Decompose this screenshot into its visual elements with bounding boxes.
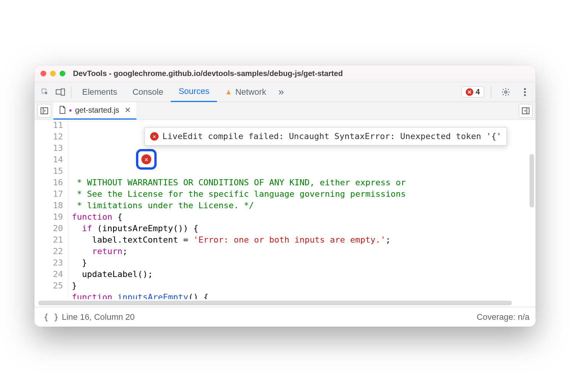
device-toolbar-icon[interactable] — [53, 84, 68, 100]
line-number[interactable]: 15 — [34, 165, 63, 177]
show-debugger-button[interactable] — [519, 104, 533, 118]
line-number[interactable]: 12 — [34, 131, 63, 143]
line-number[interactable]: 23 — [34, 257, 63, 269]
code-line[interactable]: * limitations under the License. */ — [72, 200, 536, 211]
panel-tabs: Elements Console Sources ▲ Network » — [74, 82, 288, 102]
window-title: DevTools - googlechrome.github.io/devtoo… — [73, 69, 343, 78]
close-tab-button[interactable]: ✕ — [125, 105, 131, 115]
code-editor[interactable]: 111213141516171819202122232425 ✕ LiveEdi… — [34, 120, 536, 299]
line-number[interactable]: 25 — [34, 280, 63, 292]
toolbar-separator — [71, 86, 71, 98]
svg-point-6 — [524, 94, 526, 96]
line-number[interactable]: 21 — [34, 234, 63, 246]
close-window-button[interactable] — [40, 71, 46, 76]
code-line[interactable]: } — [72, 257, 536, 269]
toolbar-separator-2 — [491, 86, 491, 98]
more-options-icon[interactable] — [517, 84, 533, 100]
code-content[interactable]: ✕ LiveEdit compile failed: Uncaught Synt… — [68, 120, 536, 299]
line-number[interactable]: 19 — [34, 211, 63, 223]
svg-point-5 — [524, 91, 526, 93]
line-number[interactable]: 22 — [34, 246, 63, 257]
file-tab-label: get-started.js — [75, 106, 119, 115]
tab-elements-label: Elements — [82, 87, 117, 97]
line-number[interactable]: 18 — [34, 200, 63, 211]
traffic-lights — [40, 71, 65, 76]
sources-subtoolbar: ● get-started.js ✕ — [34, 102, 536, 120]
code-line[interactable]: * See the License for the specific langu… — [72, 188, 536, 200]
svg-point-4 — [524, 88, 526, 90]
maximize-window-button[interactable] — [60, 71, 65, 76]
line-number[interactable]: 14 — [34, 154, 63, 165]
tab-elements[interactable]: Elements — [74, 82, 125, 102]
error-count-text: 4 — [476, 87, 480, 96]
tab-network[interactable]: ▲ Network — [217, 82, 274, 102]
line-number[interactable]: 13 — [34, 143, 63, 154]
line-number[interactable]: 11 — [34, 120, 63, 131]
line-number[interactable]: 24 — [34, 269, 63, 280]
tab-network-label: Network — [235, 87, 266, 97]
file-icon — [59, 106, 66, 114]
line-number-gutter[interactable]: 111213141516171819202122232425 — [34, 120, 68, 299]
code-line[interactable]: } — [72, 280, 536, 292]
inline-error-marker[interactable]: ✕ — [136, 149, 157, 170]
error-tooltip-text: LiveEdit compile failed: Uncaught Syntax… — [162, 131, 501, 142]
window-titlebar: DevTools - googlechrome.github.io/devtoo… — [34, 65, 536, 82]
warning-icon: ▲ — [225, 87, 232, 96]
main-toolbar: Elements Console Sources ▲ Network » ✕ 4 — [34, 82, 536, 102]
show-navigator-button[interactable] — [37, 104, 51, 118]
line-number[interactable]: 17 — [34, 188, 63, 200]
horizontal-scrollbar-track — [34, 299, 536, 307]
minimize-window-button[interactable] — [50, 71, 56, 76]
modified-indicator: ● — [69, 107, 72, 113]
devtools-window: DevTools - googlechrome.github.io/devtoo… — [34, 65, 536, 327]
tab-sources[interactable]: Sources — [171, 82, 217, 102]
settings-icon[interactable] — [498, 84, 513, 100]
code-line[interactable]: if (inputsAreEmpty()) { — [72, 223, 536, 234]
horizontal-scrollbar[interactable] — [38, 301, 512, 305]
code-line[interactable]: label.textContent = 'Error: one or both … — [72, 234, 536, 246]
tab-console-label: Console — [133, 87, 164, 97]
code-line[interactable]: return; — [72, 246, 536, 257]
inspect-element-icon[interactable] — [37, 84, 53, 100]
code-line[interactable]: function { — [72, 211, 536, 223]
error-icon: ✕ — [141, 154, 151, 164]
svg-rect-2 — [61, 89, 65, 95]
status-bar: { } Line 16, Column 20 Coverage: n/a — [34, 307, 536, 327]
coverage-status: Coverage: n/a — [477, 312, 530, 322]
line-number[interactable]: 16 — [34, 177, 63, 188]
code-line[interactable]: updateLabel(); — [72, 269, 536, 280]
code-line[interactable]: function inputsAreEmpty() { — [72, 292, 536, 299]
more-tabs-button[interactable]: » — [274, 86, 288, 98]
error-tooltip: ✕ LiveEdit compile failed: Uncaught Synt… — [144, 127, 507, 146]
toolbar-right: ✕ 4 — [462, 84, 533, 100]
svg-point-3 — [505, 91, 507, 93]
tab-console[interactable]: Console — [125, 82, 171, 102]
error-count-badge[interactable]: ✕ 4 — [462, 86, 484, 97]
file-tab[interactable]: ● get-started.js ✕ — [53, 102, 136, 120]
code-line[interactable]: * WITHOUT WARRANTIES OR CONDITIONS OF AN… — [72, 177, 536, 188]
error-icon: ✕ — [466, 88, 473, 96]
line-number[interactable]: 20 — [34, 223, 63, 234]
vertical-scrollbar[interactable] — [530, 154, 534, 207]
pretty-print-button[interactable]: { } — [40, 312, 62, 322]
error-icon: ✕ — [150, 132, 159, 141]
cursor-position: Line 16, Column 20 — [62, 312, 135, 322]
tab-sources-label: Sources — [178, 86, 209, 96]
